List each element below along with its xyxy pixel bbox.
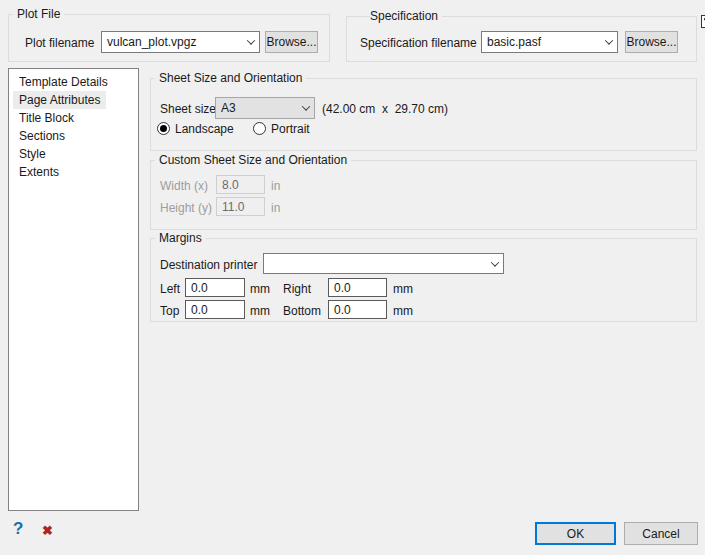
- chevron-down-icon[interactable]: [242, 32, 259, 52]
- help-icon[interactable]: ?: [13, 519, 23, 539]
- margin-left-unit: mm: [250, 282, 270, 296]
- height-input[interactable]: [216, 197, 265, 216]
- specification-filename-combobox[interactable]: basic.pasf: [481, 31, 618, 53]
- margins-group-title: Margins: [155, 231, 206, 245]
- custom-sheet-group: Custom Sheet Size and Orientation: [150, 160, 697, 230]
- radio-dot-icon: [160, 125, 167, 132]
- nav-item-style[interactable]: Style: [13, 145, 52, 163]
- width-input[interactable]: [216, 175, 265, 194]
- nav-item-title-block[interactable]: Title Block: [13, 109, 80, 127]
- height-unit-label: in: [271, 201, 280, 215]
- specification-filename-label: Specification filename: [360, 36, 477, 50]
- landscape-radio-label[interactable]: Landscape: [175, 122, 234, 136]
- nav-item-page-attributes[interactable]: Page Attributes: [13, 91, 106, 109]
- plot-filename-value: vulcan_plot.vpgz: [102, 35, 242, 49]
- nav-item-extents[interactable]: Extents: [13, 163, 65, 181]
- specification-checkbox[interactable]: [701, 15, 705, 28]
- margin-bottom-unit: mm: [393, 304, 413, 318]
- margin-right-label: Right: [283, 282, 311, 296]
- chevron-down-icon[interactable]: [297, 98, 314, 118]
- landscape-radio[interactable]: [157, 122, 170, 135]
- sheet-size-group-title: Sheet Size and Orientation: [155, 71, 306, 85]
- specification-filename-value: basic.pasf: [482, 35, 600, 49]
- specification-checkbox-label[interactable]: Specification: [370, 9, 442, 23]
- ok-button[interactable]: OK: [535, 522, 616, 545]
- margin-bottom-input[interactable]: [328, 300, 387, 319]
- nav-item-template-details[interactable]: Template Details: [13, 73, 114, 91]
- custom-sheet-group-title: Custom Sheet Size and Orientation: [155, 153, 351, 167]
- chevron-down-icon[interactable]: [600, 32, 617, 52]
- sheet-size-dropdown[interactable]: A3: [215, 97, 315, 119]
- margin-top-input[interactable]: [185, 300, 245, 319]
- height-label: Height (y): [160, 201, 212, 215]
- margin-right-unit: mm: [393, 282, 413, 296]
- close-icon[interactable]: ✖: [42, 523, 53, 538]
- margin-top-unit: mm: [250, 304, 270, 318]
- cancel-button[interactable]: Cancel: [624, 522, 698, 545]
- margin-top-label: Top: [160, 304, 179, 318]
- sheet-dimensions-text: (42.00 cm x 29.70 cm): [322, 102, 448, 116]
- sheet-size-label: Sheet size: [160, 102, 216, 116]
- portrait-radio-label[interactable]: Portrait: [271, 122, 310, 136]
- chevron-down-icon[interactable]: [486, 254, 503, 273]
- margin-bottom-label: Bottom: [283, 304, 321, 318]
- plot-browse-button[interactable]: Browse...: [265, 31, 318, 53]
- specification-browse-button[interactable]: Browse...: [625, 31, 678, 53]
- nav-list[interactable]: Template DetailsPage AttributesTitle Blo…: [8, 68, 139, 511]
- width-label: Width (x): [160, 179, 208, 193]
- destination-printer-combobox[interactable]: [263, 253, 504, 274]
- margin-right-input[interactable]: [328, 278, 387, 297]
- destination-printer-label: Destination printer: [160, 258, 257, 272]
- plot-file-group-title: Plot File: [13, 7, 64, 21]
- plot-filename-label: Plot filename: [25, 36, 94, 50]
- width-unit-label: in: [271, 179, 280, 193]
- margin-left-label: Left: [160, 282, 180, 296]
- nav-item-sections[interactable]: Sections: [13, 127, 71, 145]
- sheet-size-value: A3: [216, 101, 297, 115]
- portrait-radio[interactable]: [253, 122, 266, 135]
- margin-left-input[interactable]: [185, 278, 245, 297]
- plot-filename-combobox[interactable]: vulcan_plot.vpgz: [101, 31, 260, 53]
